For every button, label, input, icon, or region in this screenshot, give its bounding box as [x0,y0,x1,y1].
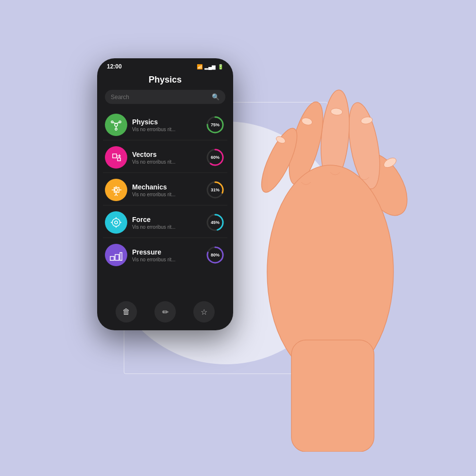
scene: 12:00 📶 ▂▄▆ 🔋 Physics 🔍 [68,39,408,437]
phone: 12:00 📶 ▂▄▆ 🔋 Physics 🔍 [97,58,233,330]
signal-icon: ▂▄▆ [204,64,216,69]
subject-list: Physics Vis no erroribus rit... 75% Vect [97,110,233,296]
progress-label: 31% [211,187,220,192]
subject-icon [105,244,127,266]
status-time: 12:00 [107,63,122,70]
svg-point-3 [115,128,117,130]
list-item[interactable]: Physics Vis no erroribus rit... 75% [103,110,227,140]
progress-ring: 60% [205,147,225,168]
subject-icon [105,146,127,169]
hand-illustration [219,87,423,452]
subject-info: Force Vis no erroribus rit... [127,216,205,230]
subject-name: Force [132,216,200,223]
search-input[interactable] [111,94,212,101]
search-icon: 🔍 [212,93,220,101]
list-item[interactable]: Vectors Vis no erroribus rit... 60% [103,142,227,173]
svg-line-23 [116,194,118,196]
bottom-toolbar: 🗑 ✏ ☆ [97,296,233,330]
progress-ring: 75% [205,115,225,135]
subject-icon [105,114,127,136]
progress-label: 60% [211,155,220,160]
subject-description: Vis no erroribus rit... [132,192,200,197]
subject-description: Vis no erroribus rit... [132,224,200,230]
status-bar: 12:00 📶 ▂▄▆ 🔋 [97,58,233,72]
app-title: Physics [97,72,233,90]
progress-label: 45% [211,220,220,225]
list-item[interactable]: Mechanics Vis no erroribus rit... 31% [103,175,227,205]
subject-name: Vectors [132,151,200,158]
star-button[interactable]: ☆ [193,301,215,323]
subject-name: Physics [132,118,200,126]
progress-label: 75% [211,122,220,127]
search-bar[interactable]: 🔍 [105,90,225,104]
svg-rect-10 [118,158,120,161]
wifi-icon: 📶 [197,64,203,69]
subject-info: Vectors Vis no erroribus rit... [127,151,205,165]
subject-name: Mechanics [132,183,200,191]
edit-icon: ✏ [162,307,169,317]
progress-ring: 80% [205,245,225,265]
subject-icon [105,179,127,201]
list-item[interactable]: Pressure Vis no erroribus rit... 80% [103,240,227,270]
svg-point-0 [115,123,118,126]
svg-rect-34 [110,256,114,260]
svg-point-27 [115,221,118,224]
subject-description: Vis no erroribus rit... [132,159,200,165]
svg-line-5 [116,122,120,123]
svg-point-17 [115,188,118,191]
svg-rect-9 [113,154,117,158]
edit-button[interactable]: ✏ [154,301,176,323]
star-icon: ☆ [201,307,207,317]
progress-ring: 45% [205,212,225,233]
trash-icon: 🗑 [122,307,130,316]
progress-label: 80% [211,253,220,257]
subject-name: Pressure [132,248,200,256]
subject-info: Physics Vis no erroribus rit... [127,118,205,132]
subject-description: Vis no erroribus rit... [132,257,200,262]
subject-icon [105,211,127,234]
delete-button[interactable]: 🗑 [116,301,137,323]
progress-ring: 31% [205,180,225,200]
list-item[interactable]: Force Vis no erroribus rit... 45% [103,207,227,238]
battery-icon: 🔋 [218,64,223,69]
status-icons: 📶 ▂▄▆ 🔋 [197,64,223,69]
subject-info: Mechanics Vis no erroribus rit... [127,183,205,197]
svg-rect-45 [291,340,374,452]
subject-description: Vis no erroribus rit... [132,127,200,132]
svg-line-4 [112,122,116,123]
svg-rect-36 [120,253,122,260]
svg-point-26 [112,219,120,226]
svg-rect-35 [115,255,119,260]
subject-info: Pressure Vis no erroribus rit... [127,248,205,262]
